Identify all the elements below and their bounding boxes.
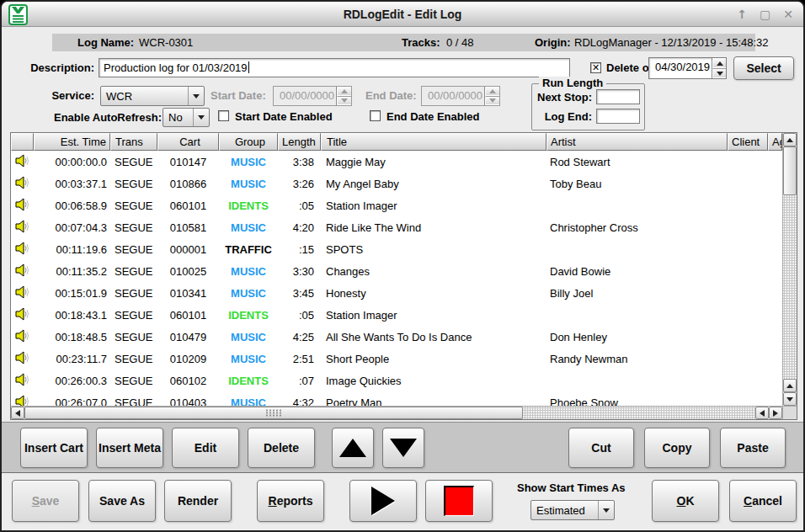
end-date-enabled-checkbox[interactable] <box>370 110 381 121</box>
horizontal-scrollbar-thumb[interactable] <box>24 407 523 419</box>
scroll-left-icon[interactable] <box>11 407 24 419</box>
log-table-row[interactable]: 00:18:48.5 SEGUE 010479 MUSIC 4:25 All S… <box>11 326 782 348</box>
log-end-label: Log End: <box>545 110 592 123</box>
select-date-button[interactable]: Select <box>733 56 794 80</box>
row-trans: SEGUE <box>110 243 157 256</box>
column-header-icon[interactable] <box>11 133 34 151</box>
maximize-icon[interactable]: ▢ <box>760 8 770 21</box>
insert-meta-button[interactable]: Insert Meta <box>96 428 163 468</box>
log-table-row[interactable]: 00:06:58.9 SEGUE 060101 IDENTS :05 Stati… <box>11 194 782 216</box>
save-button[interactable]: Save <box>12 480 79 522</box>
scroll-left-icon[interactable] <box>755 407 769 419</box>
log-table-row[interactable]: 00:26:00.3 SEGUE 060102 IDENTS :07 Image… <box>11 370 782 391</box>
chevron-down-icon[interactable] <box>598 501 614 519</box>
copy-button[interactable]: Copy <box>644 428 710 468</box>
end-date-label: End Date: <box>365 89 417 102</box>
move-down-button[interactable] <box>382 428 424 468</box>
stop-button[interactable] <box>425 480 493 522</box>
log-table-row[interactable]: 00:26:07.0 SEGUE 010403 MUSIC 4:32 Poetr… <box>11 391 782 406</box>
cut-button[interactable]: Cut <box>568 428 634 468</box>
scroll-right-icon[interactable] <box>769 407 782 419</box>
row-trans: SEGUE <box>110 156 157 168</box>
paste-button[interactable]: Paste <box>720 428 786 468</box>
column-header-length[interactable]: Length <box>278 133 321 151</box>
row-length: :05 <box>278 200 321 212</box>
move-up-button[interactable] <box>332 428 374 468</box>
service-combobox[interactable]: WCR <box>100 86 205 106</box>
delete-date-value[interactable]: 04/30/2019 <box>649 58 712 78</box>
row-artist: Christopher Cross <box>546 221 728 234</box>
log-table-row[interactable]: 00:11:35.2 SEGUE 010025 MUSIC 3:30 Chang… <box>11 260 782 282</box>
save-as-button[interactable]: Save As <box>88 480 156 522</box>
row-est-time: 00:06:58.9 <box>34 200 110 212</box>
scroll-up-icon[interactable] <box>783 133 797 146</box>
insert-cart-button[interactable]: Insert Cart <box>20 428 88 468</box>
reports-button[interactable]: Reports <box>257 480 324 522</box>
delete-on-checkbox[interactable] <box>590 62 601 73</box>
next-stop-label: Next Stop: <box>537 91 592 104</box>
row-est-time: 00:23:11.7 <box>34 353 110 365</box>
delete-date-spinbox[interactable]: 04/30/2019 <box>648 57 727 79</box>
vertical-scrollbar-track[interactable] <box>783 195 797 379</box>
row-est-time: 00:26:07.0 <box>34 396 110 407</box>
log-table-body: 00:00:00.0 SEGUE 010147 MUSIC 3:38 Maggi… <box>11 151 782 406</box>
column-header-title[interactable]: Title <box>321 133 546 151</box>
start-date-value: 00/00/0000 <box>274 87 336 105</box>
row-cart: 010025 <box>157 265 219 278</box>
horizontal-scrollbar[interactable] <box>11 406 782 419</box>
audio-cart-icon <box>11 395 34 407</box>
row-title: Station Imager <box>321 200 546 212</box>
title-bar[interactable]: RDLogEdit - Edit Log ↑ ▢ ✕ <box>2 2 803 27</box>
spin-down-icon[interactable] <box>712 68 726 78</box>
row-length: 4:20 <box>278 221 321 234</box>
scroll-up-icon[interactable] <box>783 379 797 392</box>
close-icon[interactable]: ✕ <box>783 8 793 21</box>
description-input[interactable]: Production log for 01/03/2019 <box>99 58 570 77</box>
log-table-row[interactable]: 00:11:19.6 SEGUE 000001 TRAFFIC :15 SPOT… <box>11 238 782 260</box>
log-table-row[interactable]: 00:18:43.1 SEGUE 060101 IDENTS :05 Stati… <box>11 304 782 326</box>
column-header-client[interactable]: Client <box>728 133 768 151</box>
play-button[interactable] <box>349 480 417 522</box>
row-est-time: 00:15:01.9 <box>34 287 110 300</box>
rdlogedit-app-icon <box>8 4 28 28</box>
row-est-time: 00:03:37.1 <box>34 178 110 190</box>
vertical-scrollbar[interactable] <box>782 133 797 406</box>
scroll-down-icon[interactable] <box>783 392 797 406</box>
log-name-value: WCR-0301 <box>139 36 193 49</box>
row-group: IDENTS <box>219 309 278 322</box>
render-button[interactable]: Render <box>164 480 232 522</box>
horizontal-scrollbar-track[interactable] <box>523 407 755 419</box>
chevron-down-icon[interactable] <box>188 87 204 105</box>
ok-button[interactable]: OK <box>652 480 719 522</box>
vertical-scrollbar-thumb[interactable] <box>783 146 797 195</box>
column-header-cart[interactable]: Cart <box>157 133 219 151</box>
start-date-enabled-checkbox[interactable] <box>218 110 229 121</box>
column-header-age[interactable]: Age <box>768 133 782 151</box>
log-table-row[interactable]: 00:15:01.9 SEGUE 010341 MUSIC 3:45 Hones… <box>11 282 782 304</box>
cancel-button[interactable]: Cancel <box>729 480 797 522</box>
row-trans: SEGUE <box>110 287 157 300</box>
delete-button[interactable]: Delete <box>248 428 315 468</box>
log-name-label: Log Name: <box>77 36 134 49</box>
column-header-group[interactable]: Group <box>219 133 278 151</box>
log-table-row[interactable]: 00:03:37.1 SEGUE 010866 MUSIC 3:26 My An… <box>11 173 782 194</box>
column-header-est-time[interactable]: Est. Time <box>34 133 110 151</box>
spin-up-icon[interactable] <box>712 58 726 68</box>
row-length: 3:26 <box>278 178 321 190</box>
service-value: WCR <box>101 90 188 103</box>
chevron-down-icon[interactable] <box>193 109 209 126</box>
log-table-row[interactable]: 00:07:04.3 SEGUE 010581 MUSIC 4:20 Ride … <box>11 216 782 238</box>
column-header-trans[interactable]: Trans <box>110 133 157 151</box>
log-end-field <box>596 109 640 124</box>
row-title: All She Wants To Do Is Dance <box>321 331 546 343</box>
autorefresh-combobox[interactable]: No <box>163 108 210 127</box>
show-start-times-combobox[interactable]: Estimated <box>530 500 615 520</box>
row-est-time: 00:11:19.6 <box>34 243 110 256</box>
down-arrow-icon <box>390 439 417 457</box>
row-length: :15 <box>278 243 321 256</box>
log-table-row[interactable]: 00:00:00.0 SEGUE 010147 MUSIC 3:38 Maggi… <box>11 151 782 173</box>
column-header-artist[interactable]: Artist <box>546 133 728 151</box>
shade-icon[interactable]: ↑ <box>737 8 747 21</box>
log-table-row[interactable]: 00:23:11.7 SEGUE 010209 MUSIC 2:51 Short… <box>11 348 782 370</box>
edit-button[interactable]: Edit <box>172 428 239 468</box>
